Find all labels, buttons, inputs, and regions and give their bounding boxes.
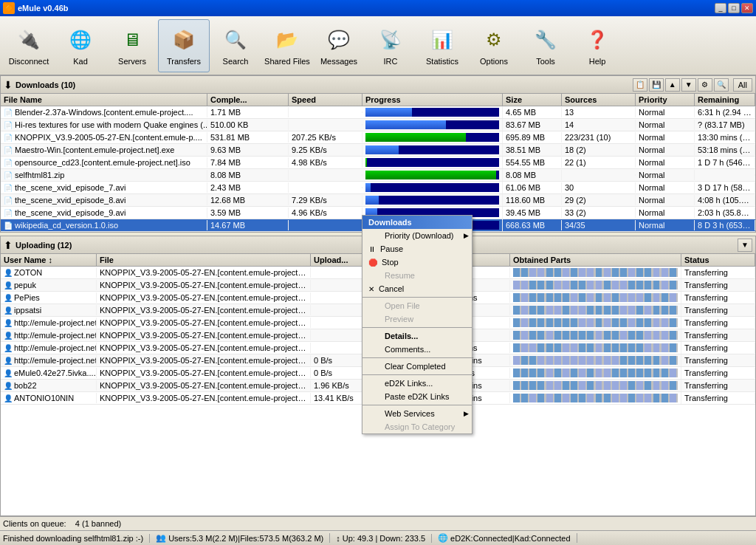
obtained-chunk bbox=[587, 331, 594, 340]
context-menu[interactable]: DownloadsPriority (Download)▶⏸Pause🛑Stop… bbox=[362, 215, 472, 434]
close-button[interactable]: ✕ bbox=[741, 3, 753, 13]
complete-cell: 3.59 MB bbox=[207, 208, 289, 218]
context-menu-item-priority[interactable]: Priority (Download)▶ bbox=[362, 229, 472, 242]
file-icon: 📄 bbox=[4, 184, 13, 192]
obtained-chunk bbox=[579, 343, 585, 352]
table-row[interactable]: 📄opensource_cd23.[content.emule-project.… bbox=[1, 157, 755, 169]
obtained-chunk bbox=[636, 306, 643, 315]
file-name-cell: 📄KNOPPIX_V3.9-2005-05-27-EN.[content.emu… bbox=[1, 132, 207, 143]
downloads-tool-2[interactable]: 💾 bbox=[649, 78, 664, 92]
remaining-cell: 13:30 mins (164.0... bbox=[695, 132, 755, 143]
tools-label: Tools bbox=[536, 57, 555, 66]
table-row[interactable]: 📄Hi-res textures for use with modern Qua… bbox=[1, 119, 755, 131]
downloads-title: Downloads (10) bbox=[16, 80, 75, 89]
downloads-rows: 📄Blender-2.37a-Windows.[content.emule-pr… bbox=[1, 106, 755, 232]
status-cell: Transferring bbox=[681, 380, 755, 391]
remaining-cell: 3 D 17 h (58.64 MB) bbox=[695, 182, 755, 193]
obtained-chunk bbox=[521, 369, 528, 377]
context-menu-item-pause[interactable]: ⏸Pause bbox=[362, 242, 472, 256]
obtained-chunk bbox=[513, 318, 520, 327]
downloads-tool-1[interactable]: 📋 bbox=[633, 78, 647, 92]
obtained-chunk bbox=[546, 268, 553, 277]
file-name-cell: 📄the_scene_xvid_episode_7.avi bbox=[1, 182, 207, 193]
obtained-bar bbox=[513, 356, 678, 365]
downloads-tool-down[interactable]: ▼ bbox=[681, 78, 696, 92]
obtained-chunk bbox=[579, 356, 585, 365]
toolbar-btn-disconnect[interactable]: 🔌 Disconnect bbox=[3, 19, 55, 72]
obtained-chunk bbox=[537, 343, 544, 352]
progress-bar bbox=[365, 120, 499, 129]
obtained-chunk bbox=[612, 369, 619, 377]
file-name-cell: 📄Hi-res textures for use with modern Qua… bbox=[1, 120, 207, 130]
context-menu-item-ed2k-links[interactable]: eD2K Links... bbox=[362, 377, 472, 390]
obtained-chunk bbox=[612, 268, 619, 277]
obtained-parts-cell bbox=[510, 354, 681, 366]
obtained-chunk bbox=[596, 268, 602, 277]
toolbar-btn-options[interactable]: ⚙ Options bbox=[468, 19, 520, 72]
toolbar-btn-servers[interactable]: 🖥 Servers bbox=[106, 19, 158, 72]
kad-label: Kad bbox=[73, 57, 88, 66]
table-row[interactable]: 📄KNOPPIX_V3.9-2005-05-27-EN.[content.emu… bbox=[1, 131, 755, 144]
table-row[interactable]: 📄the_scene_xvid_episode_7.avi2.43 MB61.0… bbox=[1, 182, 755, 194]
context-menu-item-web-services[interactable]: Web Services▶ bbox=[362, 407, 472, 420]
obtained-chunk bbox=[670, 318, 676, 327]
sources-cell bbox=[562, 174, 636, 176]
toolbar-btn-help[interactable]: ❓ Help bbox=[571, 19, 623, 72]
toolbar-btn-shared[interactable]: 📂 Shared Files bbox=[261, 19, 313, 72]
toolbar-btn-search[interactable]: 🔍 Search bbox=[210, 19, 261, 72]
context-menu-item-stop[interactable]: 🛑Stop bbox=[362, 256, 472, 269]
username-text: http://emule-project.net bbox=[14, 331, 97, 340]
remaining-cell: 53:18 mins (28.88 ... bbox=[695, 145, 755, 155]
obtained-chunk bbox=[670, 343, 676, 352]
table-row[interactable]: 📄the_scene_xvid_episode_8.avi12.68 MB7.2… bbox=[1, 194, 755, 207]
titlebar-buttons[interactable]: _ □ ✕ bbox=[715, 3, 753, 13]
obtained-chunk bbox=[529, 293, 536, 302]
obtained-chunk bbox=[636, 293, 643, 302]
table-row[interactable]: 📄selfhtml81.zip8.08 MB8.08 MBNormal bbox=[1, 169, 755, 182]
progress-cell bbox=[362, 194, 503, 206]
obtained-chunk bbox=[670, 356, 676, 365]
context-menu-item-comments[interactable]: Comments... bbox=[362, 343, 472, 356]
obtained-chunk bbox=[604, 268, 611, 277]
user-icon: 👤 bbox=[4, 332, 13, 340]
context-menu-item-cancel[interactable]: ✕Cancel bbox=[362, 282, 472, 295]
toolbar-btn-transfers[interactable]: 📦 Transfers bbox=[158, 19, 210, 72]
file-name-cell: 📄Maestro-Win.[content.emule-project.net]… bbox=[1, 145, 207, 155]
obtained-chunk bbox=[554, 318, 561, 327]
table-row[interactable]: 📄Blender-2.37a-Windows.[content.emule-pr… bbox=[1, 106, 755, 119]
context-menu-item-assign-category: Assign To Category bbox=[362, 420, 472, 433]
downloads-tool-4[interactable]: 🔍 bbox=[714, 78, 729, 92]
obtained-chunk bbox=[662, 281, 668, 289]
obtained-chunk bbox=[513, 293, 520, 302]
context-menu-item-clear-completed[interactable]: Clear Completed bbox=[362, 360, 472, 373]
progress-cell bbox=[362, 119, 503, 131]
speed-cell bbox=[289, 224, 362, 226]
context-menu-item-resume: Resume bbox=[362, 269, 472, 282]
downloads-tool-up[interactable]: ▲ bbox=[665, 78, 680, 92]
minimize-button[interactable]: _ bbox=[715, 3, 726, 13]
uploads-toolbar[interactable]: ▼ bbox=[738, 239, 752, 252]
downloads-tool-3[interactable]: ⚙ bbox=[698, 78, 712, 92]
context-menu-item-paste-ed2k[interactable]: Paste eD2K Links bbox=[362, 390, 472, 403]
toolbar-btn-tools[interactable]: 🔧 Tools bbox=[520, 19, 571, 72]
toolbar-btn-kad[interactable]: 🌐 Kad bbox=[55, 19, 106, 72]
file-name-text: Hi-res textures for use with modern Quak… bbox=[15, 120, 207, 129]
toolbar-btn-irc[interactable]: 📡 IRC bbox=[365, 19, 416, 72]
obtained-chunk bbox=[596, 356, 602, 365]
toolbar-btn-statistics[interactable]: 📊 Statistics bbox=[416, 19, 468, 72]
speed-cell: 4.96 KB/s bbox=[289, 208, 362, 218]
downloads-all-button[interactable]: All bbox=[733, 78, 752, 92]
context-menu-separator bbox=[362, 297, 472, 298]
downloads-toolbar[interactable]: 📋 💾 ▲ ▼ ⚙ 🔍 All bbox=[633, 78, 752, 92]
speed-cell bbox=[289, 124, 362, 126]
context-menu-item-details[interactable]: Details... bbox=[362, 329, 472, 343]
table-row[interactable]: 📄Maestro-Win.[content.emule-project.net]… bbox=[1, 144, 755, 157]
shared-label: Shared Files bbox=[264, 57, 310, 66]
obtained-chunk bbox=[662, 343, 668, 352]
obtained-chunk bbox=[521, 356, 528, 365]
uploads-tool-dropdown[interactable]: ▼ bbox=[738, 239, 752, 252]
obtained-chunk bbox=[529, 281, 536, 289]
maximize-button[interactable]: □ bbox=[728, 3, 740, 13]
toolbar-btn-messages[interactable]: 💬 Messages bbox=[313, 19, 365, 72]
obtained-chunk bbox=[546, 293, 553, 302]
